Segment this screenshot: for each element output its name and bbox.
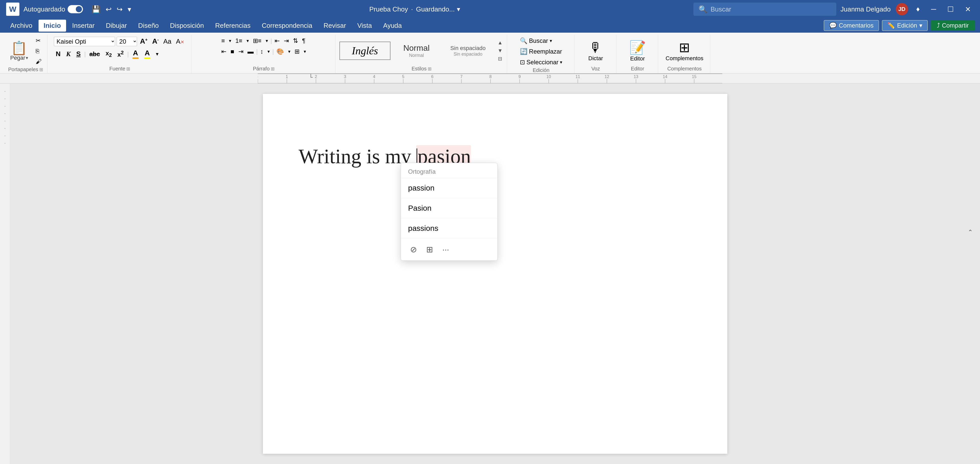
pegar-dropdown-icon[interactable]: ▾	[26, 55, 28, 61]
ribbon-collapse[interactable]: ⌃	[967, 228, 974, 236]
spell-ignore-button[interactable]: ⊘	[408, 243, 419, 256]
compartir-button[interactable]: ⤴ Compartir	[931, 21, 975, 30]
estilos-section: Inglés Normal Normal Sin espaciado Sin e…	[336, 35, 507, 73]
superscript-button[interactable]: x2	[115, 49, 126, 59]
bold-button[interactable]: N	[54, 49, 63, 59]
subscript-button[interactable]: x2	[103, 49, 114, 59]
normal-style-item[interactable]: Normal Normal	[393, 41, 439, 61]
close-button[interactable]: ✕	[962, 3, 974, 15]
menu-archivo[interactable]: Archivo	[5, 20, 38, 32]
multilevel-button[interactable]: ⊞≡	[251, 36, 263, 45]
menu-dibujar[interactable]: Dibujar	[101, 20, 132, 32]
shading-dropdown[interactable]: ▾	[286, 48, 292, 56]
menu-referencias[interactable]: Referencias	[210, 20, 256, 32]
pegar-button[interactable]: 📋 Pegar ▾	[7, 40, 31, 62]
underline-button[interactable]: S	[74, 49, 83, 59]
format-paint-button[interactable]: 🖌	[33, 57, 44, 66]
reemplazar-button[interactable]: 🔄 Reemplazar	[517, 47, 565, 56]
align-center-button[interactable]: ■	[229, 47, 236, 56]
align-right-button[interactable]: ⇥	[237, 47, 245, 56]
styles-scroll-up[interactable]: ▲	[496, 39, 504, 46]
buscar-button[interactable]: 🔍 Buscar ▾	[517, 36, 565, 45]
highlight-button[interactable]: A	[142, 48, 152, 60]
saving-button[interactable]: Guardando... ▾	[416, 5, 460, 13]
menu-disposicion[interactable]: Disposición	[165, 20, 209, 32]
decrease-indent-button[interactable]: ⇤	[273, 36, 281, 45]
undo-button[interactable]: ↩	[104, 3, 113, 15]
align-left-button[interactable]: ⇤	[220, 47, 228, 56]
save-button[interactable]: 💾	[90, 3, 102, 15]
numbering-dropdown[interactable]: ▾	[245, 37, 250, 44]
autosave-toggle[interactable]	[68, 5, 83, 13]
menu-revisar[interactable]: Revisar	[318, 20, 351, 32]
menu-diseno[interactable]: Diseño	[133, 20, 164, 32]
ribbon-collapse-button[interactable]: ⌃	[967, 228, 974, 236]
font-grow-button[interactable]: A+	[138, 36, 149, 46]
spell-more-button[interactable]: ···	[440, 243, 451, 256]
seleccionar-dropdown[interactable]: ▾	[560, 59, 562, 65]
menu-ayuda[interactable]: Ayuda	[378, 20, 407, 32]
menu-insertar[interactable]: Insertar	[67, 20, 100, 32]
font-size-select[interactable]: 20	[117, 37, 137, 46]
menu-correspondencia[interactable]: Correspondencia	[257, 20, 318, 32]
seleccionar-button[interactable]: ⊡ Seleccionar ▾	[517, 58, 565, 67]
styles-more[interactable]: ⊟	[496, 55, 504, 62]
bullets-dropdown[interactable]: ▾	[228, 37, 233, 44]
line-spacing-button[interactable]: ↕	[259, 47, 265, 56]
complementos-button[interactable]: ⊞ Complementos	[662, 39, 706, 63]
fuente-expand-icon[interactable]: ⊞	[126, 66, 130, 72]
paragraph-mark-button[interactable]: ¶	[301, 36, 307, 45]
justify-button[interactable]: ▬	[246, 47, 255, 56]
increase-indent-button[interactable]: ⇥	[282, 36, 290, 45]
sort-button[interactable]: ⇅	[291, 36, 300, 45]
font-color-dropdown[interactable]: ▾	[154, 50, 160, 58]
minimize-button[interactable]: ─	[928, 3, 939, 15]
sidebar-mark8: -	[4, 141, 6, 146]
styles-scroll-down[interactable]: ▼	[496, 47, 504, 54]
case-button[interactable]: Aa	[162, 37, 173, 46]
comments-button[interactable]: 💬 Comentarios	[824, 20, 879, 31]
gem-button[interactable]: ♦	[913, 3, 923, 15]
more-actions-button[interactable]: ▾	[126, 3, 133, 15]
cut-button[interactable]: ✂	[33, 36, 44, 45]
multilevel-dropdown[interactable]: ▾	[264, 37, 269, 44]
search-bar[interactable]: 🔍	[694, 3, 836, 16]
shading-button[interactable]: 🎨	[275, 47, 286, 56]
edit-icon: ✏️	[887, 22, 895, 29]
estilos-expand-icon[interactable]: ⊞	[428, 66, 431, 72]
font-family-select[interactable]: Kaisei Opti	[54, 37, 115, 46]
spell-suggestion-2[interactable]: passions	[401, 218, 497, 238]
font-color-button[interactable]: A	[130, 48, 141, 60]
borders-dropdown[interactable]: ▾	[302, 48, 307, 56]
clear-format-button[interactable]: A✕	[175, 37, 186, 46]
search-input[interactable]	[711, 5, 831, 13]
borders-button[interactable]: ⊞	[293, 47, 301, 56]
spell-suggestion-1[interactable]: Pasion	[401, 198, 497, 218]
menu-inicio[interactable]: Inicio	[38, 20, 66, 32]
maximize-button[interactable]: ☐	[944, 3, 957, 15]
numbering-button[interactable]: 1≡	[234, 36, 244, 45]
italic-button[interactable]: K	[64, 49, 73, 59]
doc-area[interactable]: Writing is my pasion Ortografía passion …	[10, 84, 980, 464]
tab-stop[interactable]: └	[309, 74, 313, 81]
redo-button[interactable]: ↪	[115, 3, 124, 15]
doc-content[interactable]: Writing is my pasion	[299, 124, 692, 169]
strikethrough-button[interactable]: abc	[87, 49, 102, 59]
font-shrink-button[interactable]: A-	[151, 36, 160, 46]
voz-label: Voz	[579, 65, 613, 73]
menu-vista[interactable]: Vista	[352, 20, 377, 32]
spell-suggestion-0[interactable]: passion	[401, 178, 497, 198]
sin-espaciado-label: Sin espaciado	[453, 51, 482, 57]
edicion-mode-button[interactable]: ✏️ Edición ▾	[882, 20, 928, 31]
dictar-button[interactable]: 🎙 Dictar	[585, 39, 606, 63]
parrafo-expand-icon[interactable]: ⊞	[271, 66, 275, 72]
bullets-button[interactable]: ≡	[220, 36, 226, 45]
sin-espaciado-style-item[interactable]: Sin espaciado Sin espaciado	[442, 42, 493, 59]
portapapeles-expand-icon[interactable]: ⊞	[39, 67, 43, 72]
buscar-dropdown[interactable]: ▾	[550, 38, 552, 44]
spell-add-button[interactable]: ⊞	[424, 243, 435, 256]
editor-button[interactable]: 📝 Editor	[626, 39, 649, 63]
line-spacing-dropdown[interactable]: ▾	[266, 48, 271, 56]
copy-button[interactable]: ⎘	[33, 47, 44, 56]
ingles-style-item[interactable]: Inglés	[339, 41, 390, 60]
